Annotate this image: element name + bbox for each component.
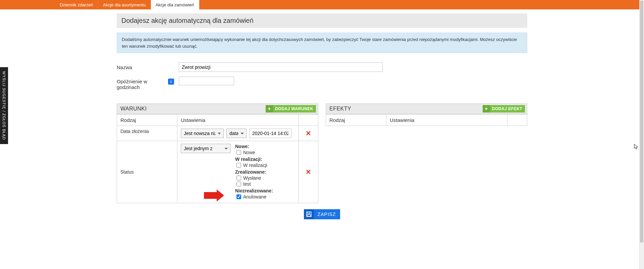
effects-col-type: Rodzaj <box>326 115 386 126</box>
status-option[interactable]: test <box>236 181 273 187</box>
status-group-title: W realizacji: <box>235 156 273 162</box>
conditions-title: WARUNKI <box>120 106 147 112</box>
condition-type: Status <box>117 141 177 203</box>
status-option-label: Wysłane <box>243 175 261 181</box>
conditions-col-settings: Ustawienia <box>177 115 299 126</box>
tab-assortment-actions[interactable]: Akcje dla asortymentu <box>98 0 151 9</box>
conditions-col-type: Rodzaj <box>117 115 177 126</box>
add-effect-label: DODAJ EFEKT <box>492 106 522 111</box>
delay-input[interactable] <box>179 77 234 85</box>
status-group-title: Nowe: <box>235 144 273 149</box>
conditions-panel: WARUNKI + DODAJ WARUNEK Rodzaj Ustawieni… <box>117 103 318 203</box>
status-checkbox[interactable] <box>236 176 241 180</box>
condition-row: Status Jest jednym z Nowe: Nowe <box>117 141 318 203</box>
status-option[interactable]: Nowe <box>236 150 273 155</box>
status-checkbox[interactable] <box>236 150 241 155</box>
status-group-title: Zrealizowane: <box>235 169 273 175</box>
scrollbar-thumb[interactable] <box>640 1 643 233</box>
plus-icon: + <box>266 105 273 113</box>
effects-panel: EFEKTY + DODAJ EFEKT Rodzaj Ustawienia <box>326 103 527 203</box>
condition-row: Data złożenia Jest nowsza niż data <box>117 126 318 141</box>
status-option-label: test <box>243 181 251 187</box>
svg-rect-2 <box>307 215 311 216</box>
add-condition-label: DODAJ WARUNEK <box>275 106 313 111</box>
tab-event-log[interactable]: Dziennik zdarzeń <box>55 0 98 9</box>
plus-icon: + <box>483 105 490 113</box>
status-option-label: Anulowane <box>243 194 266 199</box>
status-option[interactable]: W realizacji <box>236 163 273 168</box>
feedback-side-tab[interactable]: WYŚLIJ SUGESTIĘ / ZGŁOŚ BŁĄD <box>0 67 8 144</box>
info-icon[interactable]: i <box>168 79 174 85</box>
condition-mode-select[interactable]: data <box>226 129 247 138</box>
save-button-label: ZAPISZ <box>317 212 336 217</box>
condition-date-input[interactable] <box>249 129 291 138</box>
cursor-icon <box>634 144 639 151</box>
status-group-title: Niezrealizowane: <box>235 188 273 193</box>
effects-title: EFEKTY <box>329 106 351 112</box>
svg-rect-1 <box>308 212 310 214</box>
add-effect-button[interactable]: + DODAJ EFEKT <box>483 105 525 113</box>
effects-col-settings: Ustawienia <box>386 115 508 126</box>
info-banner: Dodaliśmy automatycznie warunek uniemożl… <box>117 33 527 53</box>
name-input[interactable] <box>179 62 383 72</box>
tab-order-actions[interactable]: Akcje dla zamówień <box>151 0 199 9</box>
status-option-label: W realizacji <box>243 163 267 168</box>
add-condition-button[interactable]: + DODAJ WARUNEK <box>266 105 316 113</box>
delay-label: Opóźnienie w godzinach <box>117 77 168 90</box>
save-icon <box>304 209 314 219</box>
status-option[interactable]: Anulowane <box>236 194 273 199</box>
name-label: Nazwa <box>117 62 179 70</box>
page-title: Dodajesz akcję automatyczną dla zamówień <box>117 13 527 28</box>
status-option[interactable]: Wysłane <box>236 175 273 181</box>
delete-condition-icon[interactable]: ✕ <box>306 168 311 176</box>
status-checkbox[interactable] <box>236 163 241 168</box>
status-checkbox[interactable] <box>236 194 241 199</box>
status-option-label: Nowe <box>243 150 255 155</box>
save-button[interactable]: ZAPISZ <box>304 209 340 219</box>
scrollbar[interactable] <box>639 0 644 233</box>
delete-condition-icon[interactable]: ✕ <box>306 129 311 137</box>
condition-type: Data złożenia <box>117 126 177 141</box>
condition-operator-select[interactable]: Jest nowsza niż <box>181 129 224 138</box>
top-tab-bar: Dziennik zdarzeń Akcje dla asortymentu A… <box>0 0 644 9</box>
status-checkbox[interactable] <box>236 182 241 186</box>
condition-operator-select[interactable]: Jest jednym z <box>181 144 230 153</box>
